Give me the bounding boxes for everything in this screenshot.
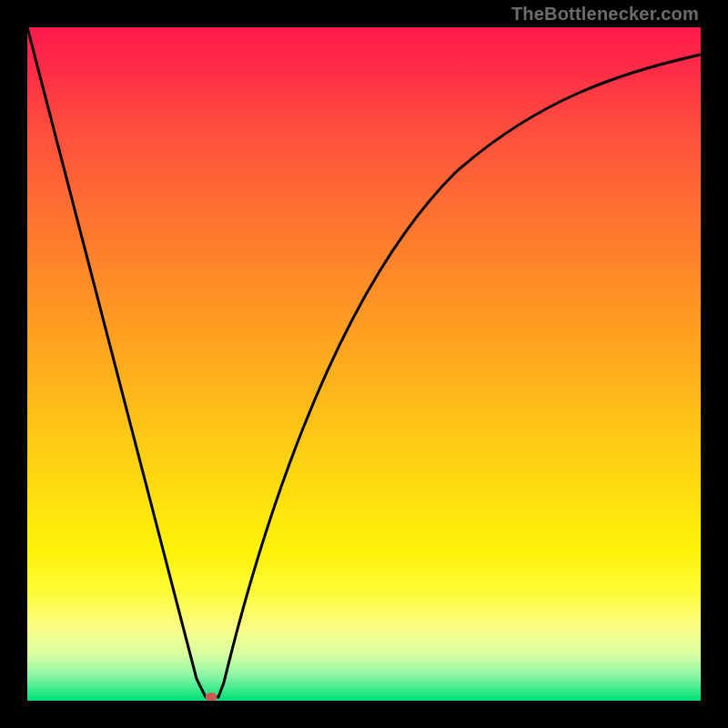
watermark-label: TheBottlenecker.com [511,4,699,25]
bottleneck-curve [27,27,701,701]
plot-area [27,27,701,701]
optimum-marker [206,693,217,701]
curve-path [27,27,701,697]
chart-frame: TheBottlenecker.com [0,0,728,728]
